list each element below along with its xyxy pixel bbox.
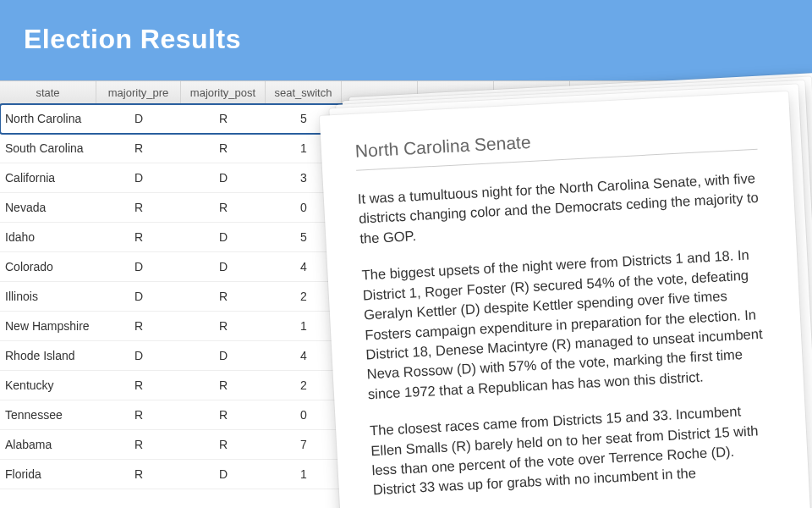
cell: R	[96, 430, 181, 459]
cell: Colorado	[0, 252, 96, 281]
cell: Idaho	[0, 223, 96, 251]
card-paragraph: The biggest upsets of the night were fro…	[361, 245, 770, 405]
cell: North Carolina	[0, 104, 96, 133]
cell: Rhode Island	[0, 341, 96, 370]
cell: Florida	[0, 460, 96, 489]
cell: R	[181, 371, 266, 400]
cell: Nevada	[0, 193, 96, 222]
cell: R	[181, 134, 266, 163]
cell: New Hampshire	[0, 312, 96, 340]
cell: D	[96, 163, 181, 192]
cell: R	[96, 460, 181, 489]
cell: D	[96, 252, 181, 281]
cell: R	[181, 400, 266, 429]
cell: Kentucky	[0, 371, 96, 400]
card-title: North Carolina Senate	[354, 120, 757, 171]
cell: R	[181, 282, 266, 311]
card-stack: North Carolina Senate It was a tumultuou…	[332, 103, 809, 508]
cell: 0	[266, 400, 342, 429]
cell: D	[181, 341, 266, 370]
cell: South Carolina	[0, 134, 96, 163]
cell: R	[96, 223, 181, 251]
cell: R	[181, 430, 266, 459]
cell: 7	[266, 430, 342, 459]
cell: Alabama	[0, 430, 96, 459]
cell: 4	[266, 341, 342, 370]
card-paragraph: It was a tumultuous night for the North …	[357, 168, 761, 249]
cell: R	[181, 193, 266, 222]
page-title: Election Results	[24, 24, 788, 55]
cell: D	[96, 282, 181, 311]
card-paragraph: The closest races came from Districts 15…	[370, 400, 775, 500]
cell: Illinois	[0, 282, 96, 311]
cell: R	[96, 371, 181, 400]
cell: D	[181, 460, 266, 489]
cell: D	[96, 341, 181, 370]
cell: D	[181, 163, 266, 192]
cell: 1	[266, 460, 342, 489]
col-state[interactable]: state	[0, 81, 96, 103]
cell: California	[0, 163, 96, 192]
col-seat-switch[interactable]: seat_switch	[266, 81, 342, 103]
cell: R	[96, 193, 181, 222]
cell: Tennessee	[0, 400, 96, 429]
cell: R	[96, 312, 181, 340]
page-header: Election Results	[0, 0, 812, 80]
cell: R	[96, 400, 181, 429]
col-majority-pre[interactable]: majority_pre	[96, 81, 181, 103]
cell: R	[181, 312, 266, 340]
cell: D	[181, 223, 266, 251]
cell: R	[96, 134, 181, 163]
cell: 2	[266, 371, 342, 400]
cell: D	[181, 252, 266, 281]
cell: D	[96, 104, 181, 133]
detail-card[interactable]: North Carolina Senate It was a tumultuou…	[320, 91, 812, 508]
col-majority-post[interactable]: majority_post	[181, 81, 266, 103]
cell: R	[181, 104, 266, 133]
